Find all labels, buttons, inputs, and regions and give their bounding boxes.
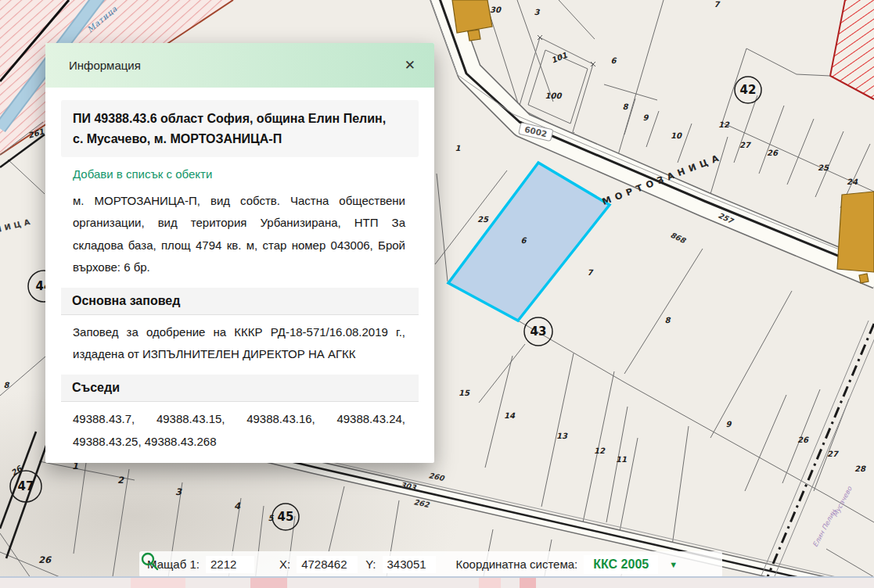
parcel-number-label: 26 (767, 149, 779, 157)
section-heading-neighbours: Съседи (61, 375, 419, 402)
parcel-number-label: 6 (611, 56, 617, 65)
strip-segment (479, 578, 501, 588)
strip-segment (131, 578, 185, 588)
parcel-number-label: 30 (490, 5, 502, 14)
parcel-number-label: 9 (643, 113, 649, 122)
chevron-down-icon[interactable]: ▼ (669, 560, 678, 569)
parcel-number-label: 25 (818, 163, 829, 172)
circled-number-label: 43 (531, 324, 547, 339)
building (468, 30, 480, 41)
building (837, 192, 874, 272)
parcel-number-label: 2 (117, 475, 124, 486)
building (452, 0, 492, 33)
circled-number-label: 42 (740, 83, 757, 97)
parcel-number-label: 3 (534, 8, 541, 16)
parcel-number-label: 15 (459, 389, 470, 397)
parcel-number-label: 27 (739, 141, 751, 149)
panel-title: Информация (69, 59, 141, 72)
map-toolbar: Мащаб 1: X: Y: Координатна система: ККС … (139, 551, 722, 577)
building (859, 274, 869, 283)
parcel-number-label: 100 (545, 91, 563, 100)
cadastre-map-app: 3037101100689101227262524125678151413121… (0, 0, 874, 588)
circled-number-label: 47 (18, 479, 34, 493)
parcel-identifier-title: ПИ 49388.43.6 област София, община Елин … (61, 100, 419, 157)
parcel-number-label: 12 (594, 446, 606, 455)
strip-segment (520, 578, 536, 588)
parcel-number-label: 13 (556, 432, 568, 440)
x-coordinate-input[interactable] (297, 556, 358, 573)
parcel-number-label: 14 (504, 411, 516, 420)
parcel-number-label: 24 (847, 177, 858, 186)
scale-input[interactable] (206, 556, 254, 573)
order-text: Заповед за одобрение на КККР РД-18-571/1… (73, 321, 405, 365)
parcel-number-label: 3 (175, 486, 182, 497)
crs-label: Координатна система: (456, 558, 578, 571)
neighbours-list: 49388.43.7, 49388.43.15, 49388.43.16, 49… (73, 408, 405, 452)
info-panel-header: Информация ✕ (45, 43, 434, 88)
y-coordinate-label: Y: (365, 558, 376, 571)
parcel-number-label: 26 (797, 436, 809, 444)
parcel-number-label: 26 (38, 554, 52, 565)
section-heading-order: Основна заповед (61, 288, 419, 315)
parcel-number-label: 6 (521, 236, 527, 245)
parcel-number-label: 1 (455, 144, 461, 152)
parcel-number-label: 8 (4, 381, 10, 389)
parcel-number-label: 28 (854, 464, 866, 473)
add-to-object-list-link[interactable]: Добави в списък с обекти (73, 167, 212, 181)
parcel-number-label: 10 (671, 131, 682, 140)
strip-segment (250, 578, 287, 588)
info-panel: Информация ✕ ПИ 49388.43.6 област София,… (45, 43, 434, 463)
parcel-number-label: 27 (827, 450, 839, 458)
x-coordinate-label: X: (279, 558, 290, 571)
parcel-number-label: 8 (665, 316, 671, 324)
bottom-status-strip (0, 576, 874, 588)
circled-number-label: 45 (278, 510, 294, 524)
close-icon[interactable]: ✕ (400, 58, 420, 73)
crs-dropdown[interactable]: ККС 2005 (584, 555, 658, 574)
info-panel-body: ПИ 49388.43.6 област София, община Елин … (45, 88, 434, 470)
parcel-number-label: 7 (588, 268, 594, 277)
parcel-number-label: 11 (616, 455, 627, 464)
parcel-description: м. МОРТОЗАНИЦА-П, вид собств. Частна общ… (73, 190, 405, 278)
parcel-number-label: 8 (623, 102, 629, 111)
parcel-number-label: 25 (477, 215, 489, 224)
parcel-number-label: 12 (718, 120, 730, 129)
parcel-number-label: 4 (234, 500, 241, 511)
parcel-number-label: 7 (714, 0, 721, 9)
y-coordinate-input[interactable] (383, 556, 436, 573)
parcel-number-label: 9 (726, 420, 732, 428)
